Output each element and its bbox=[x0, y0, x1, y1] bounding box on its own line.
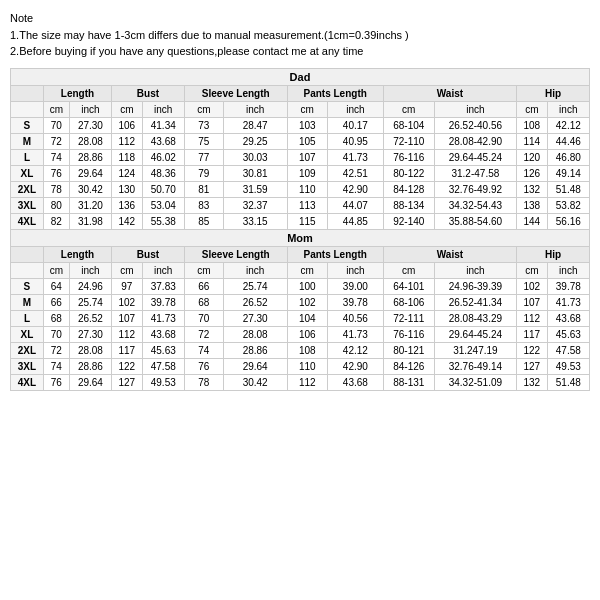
data-cell: 26.52-40.56 bbox=[434, 117, 516, 133]
subheader-col: cm bbox=[287, 262, 327, 278]
data-cell: 75 bbox=[184, 133, 223, 149]
data-cell: 73 bbox=[184, 117, 223, 133]
data-cell: 39.78 bbox=[142, 294, 184, 310]
data-cell: 72-111 bbox=[383, 310, 434, 326]
data-cell: 76 bbox=[43, 374, 69, 390]
data-cell: 29.64 bbox=[69, 374, 111, 390]
subheader-col: cm bbox=[184, 101, 223, 117]
data-cell: 43.68 bbox=[547, 310, 589, 326]
size-cell: S bbox=[11, 278, 44, 294]
group-header-bust: Bust bbox=[112, 85, 185, 101]
data-cell: 74 bbox=[184, 342, 223, 358]
subheader-col: cm bbox=[112, 262, 143, 278]
data-cell: 66 bbox=[184, 278, 223, 294]
data-cell: 50.70 bbox=[142, 181, 184, 197]
empty-header bbox=[11, 246, 44, 262]
data-cell: 53.82 bbox=[547, 197, 589, 213]
subheader-col: inch bbox=[327, 262, 383, 278]
data-cell: 66 bbox=[43, 294, 69, 310]
data-cell: 124 bbox=[112, 165, 143, 181]
data-cell: 39.78 bbox=[547, 278, 589, 294]
data-cell: 105 bbox=[287, 133, 327, 149]
size-cell: M bbox=[11, 133, 44, 149]
data-cell: 117 bbox=[112, 342, 143, 358]
note-title: Note bbox=[10, 10, 590, 27]
subheader-col: cm bbox=[383, 101, 434, 117]
data-cell: 29.25 bbox=[223, 133, 287, 149]
subheader-col: cm bbox=[184, 262, 223, 278]
data-cell: 41.73 bbox=[327, 326, 383, 342]
subheader-col: cm bbox=[43, 262, 69, 278]
data-cell: 114 bbox=[517, 133, 548, 149]
data-cell: 132 bbox=[517, 181, 548, 197]
table-row: XL7027.3011243.687228.0810641.7376-11629… bbox=[11, 326, 590, 342]
data-cell: 49.14 bbox=[547, 165, 589, 181]
size-cell: XL bbox=[11, 326, 44, 342]
data-cell: 144 bbox=[517, 213, 548, 229]
data-cell: 30.42 bbox=[69, 181, 111, 197]
subheader-col: inch bbox=[223, 101, 287, 117]
note-line2: 1.The size may have 1-3cm differs due to… bbox=[10, 27, 590, 44]
data-cell: 106 bbox=[112, 117, 143, 133]
group-header-sleeve-length: Sleeve Length bbox=[184, 85, 287, 101]
data-cell: 132 bbox=[517, 374, 548, 390]
data-cell: 102 bbox=[287, 294, 327, 310]
data-cell: 24.96 bbox=[69, 278, 111, 294]
group-header-waist: Waist bbox=[383, 246, 516, 262]
subheader-col: inch bbox=[69, 262, 111, 278]
data-cell: 80-122 bbox=[383, 165, 434, 181]
data-cell: 80 bbox=[43, 197, 69, 213]
empty-header bbox=[11, 85, 44, 101]
data-cell: 44.07 bbox=[327, 197, 383, 213]
data-cell: 48.36 bbox=[142, 165, 184, 181]
subheader-col: inch bbox=[142, 262, 184, 278]
data-cell: 70 bbox=[43, 326, 69, 342]
data-cell: 30.42 bbox=[223, 374, 287, 390]
data-cell: 31.20 bbox=[69, 197, 111, 213]
subheader-col: cm bbox=[112, 101, 143, 117]
data-cell: 76 bbox=[43, 165, 69, 181]
group-header-length: Length bbox=[43, 246, 111, 262]
data-cell: 64 bbox=[43, 278, 69, 294]
data-cell: 35.88-54.60 bbox=[434, 213, 516, 229]
data-cell: 55.38 bbox=[142, 213, 184, 229]
data-cell: 46.80 bbox=[547, 149, 589, 165]
data-cell: 68 bbox=[43, 310, 69, 326]
data-cell: 46.02 bbox=[142, 149, 184, 165]
data-cell: 40.17 bbox=[327, 117, 383, 133]
data-cell: 29.64 bbox=[223, 358, 287, 374]
group-header-length: Length bbox=[43, 85, 111, 101]
size-cell: 3XL bbox=[11, 358, 44, 374]
data-cell: 34.32-54.43 bbox=[434, 197, 516, 213]
data-cell: 104 bbox=[287, 310, 327, 326]
data-cell: 28.86 bbox=[223, 342, 287, 358]
data-cell: 88-131 bbox=[383, 374, 434, 390]
data-cell: 28.08 bbox=[69, 342, 111, 358]
data-cell: 80-121 bbox=[383, 342, 434, 358]
data-cell: 74 bbox=[43, 358, 69, 374]
data-cell: 112 bbox=[517, 310, 548, 326]
data-cell: 29.64-45.24 bbox=[434, 149, 516, 165]
data-cell: 31.247.19 bbox=[434, 342, 516, 358]
data-cell: 32.37 bbox=[223, 197, 287, 213]
data-cell: 74 bbox=[43, 149, 69, 165]
data-cell: 122 bbox=[517, 342, 548, 358]
data-cell: 138 bbox=[517, 197, 548, 213]
data-cell: 136 bbox=[112, 197, 143, 213]
subheader-col: cm bbox=[43, 101, 69, 117]
group-header-hip: Hip bbox=[517, 85, 590, 101]
data-cell: 40.95 bbox=[327, 133, 383, 149]
data-cell: 28.08 bbox=[69, 133, 111, 149]
data-cell: 41.73 bbox=[142, 310, 184, 326]
data-cell: 29.64-45.24 bbox=[434, 326, 516, 342]
group-header-bust: Bust bbox=[112, 246, 185, 262]
data-cell: 28.08-43.29 bbox=[434, 310, 516, 326]
data-cell: 70 bbox=[184, 310, 223, 326]
size-cell: L bbox=[11, 149, 44, 165]
subheader-col: inch bbox=[434, 262, 516, 278]
data-cell: 108 bbox=[517, 117, 548, 133]
data-cell: 53.04 bbox=[142, 197, 184, 213]
size-cell: 4XL bbox=[11, 374, 44, 390]
data-cell: 56.16 bbox=[547, 213, 589, 229]
data-cell: 27.30 bbox=[69, 326, 111, 342]
